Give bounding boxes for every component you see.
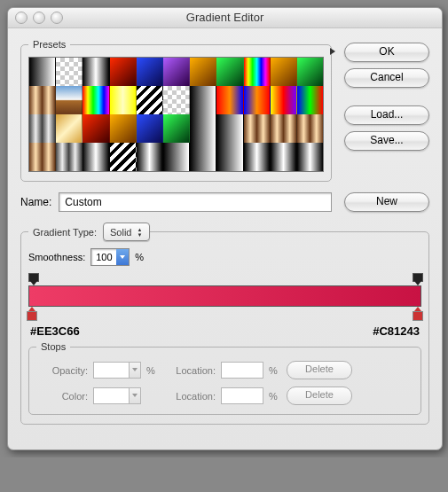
- stops-group: Stops Opacity: % Location: % Delete Colo…: [28, 341, 421, 415]
- preset-swatch[interactable]: [56, 143, 83, 171]
- stepper-icon: ▲▼: [133, 227, 145, 238]
- percent-label: %: [269, 391, 281, 402]
- presets-flyout-icon[interactable]: [330, 48, 335, 55]
- preset-swatch[interactable]: [29, 114, 56, 143]
- gradient-bar[interactable]: [28, 285, 421, 307]
- preset-swatch[interactable]: [271, 86, 297, 114]
- preset-swatch[interactable]: [137, 86, 163, 114]
- load-button[interactable]: Load...: [344, 105, 429, 125]
- preset-swatch[interactable]: [29, 86, 56, 114]
- preset-swatch[interactable]: [216, 114, 243, 143]
- preset-swatch[interactable]: [110, 86, 137, 114]
- preset-swatch[interactable]: [163, 86, 190, 114]
- preset-swatch[interactable]: [297, 114, 323, 143]
- delete-color-stop-button: Delete: [287, 387, 352, 405]
- preset-swatch[interactable]: [83, 143, 109, 171]
- dropdown-icon: [130, 362, 141, 379]
- opacity-input: [93, 362, 130, 379]
- new-button[interactable]: New: [344, 192, 429, 212]
- save-button[interactable]: Save...: [344, 131, 429, 151]
- preset-swatch[interactable]: [163, 143, 190, 171]
- presets-legend: Presets: [28, 39, 70, 50]
- gradient-bar-area: [28, 273, 421, 323]
- smoothness-input[interactable]: 100: [90, 248, 130, 266]
- opacity-location-label: Location:: [164, 365, 216, 376]
- opacity-location-input: [221, 362, 263, 379]
- preset-swatch[interactable]: [56, 114, 83, 143]
- titlebar: Gradient Editor: [8, 8, 442, 28]
- preset-swatch[interactable]: [110, 58, 137, 86]
- preset-swatch[interactable]: [190, 86, 216, 114]
- preset-swatch[interactable]: [163, 58, 190, 86]
- preset-swatch[interactable]: [137, 114, 163, 143]
- preset-swatch[interactable]: [271, 143, 297, 171]
- preset-swatch[interactable]: [110, 143, 137, 171]
- color-stop-right[interactable]: [413, 307, 423, 321]
- gradient-type-group: Gradient Type: Solid ▲▼ Smoothness: 100 …: [20, 223, 429, 425]
- dropdown-icon: [130, 387, 141, 404]
- name-label: Name:: [20, 196, 51, 208]
- preset-swatch[interactable]: [244, 86, 271, 114]
- preset-swatch[interactable]: [83, 114, 109, 143]
- preset-swatch[interactable]: [110, 114, 137, 143]
- color-label: Color:: [36, 391, 88, 402]
- preset-swatch[interactable]: [190, 58, 216, 86]
- preset-swatch[interactable]: [244, 114, 271, 143]
- preset-swatch[interactable]: [29, 143, 56, 171]
- opacity-stop-left[interactable]: [28, 273, 37, 284]
- preset-swatch[interactable]: [244, 58, 271, 86]
- preset-swatches: [28, 57, 324, 172]
- preset-swatch[interactable]: [137, 58, 163, 86]
- color-location-input: [221, 387, 263, 404]
- preset-swatch[interactable]: [271, 58, 297, 86]
- preset-swatch[interactable]: [297, 58, 323, 86]
- smoothness-value: 100: [91, 252, 116, 262]
- opacity-stop-right[interactable]: [413, 273, 421, 284]
- right-color-label: #C81243: [373, 324, 420, 338]
- color-location-label: Location:: [164, 391, 216, 402]
- preset-swatch[interactable]: [216, 143, 243, 171]
- percent-label: %: [269, 365, 281, 376]
- gradient-type-label: Gradient Type:: [28, 227, 100, 238]
- preset-swatch[interactable]: [216, 86, 243, 114]
- preset-swatch[interactable]: [216, 58, 243, 86]
- preset-swatch[interactable]: [56, 58, 83, 86]
- opacity-label: Opacity:: [36, 365, 88, 376]
- preset-swatch[interactable]: [83, 58, 109, 86]
- color-input: [93, 387, 130, 404]
- preset-swatch[interactable]: [190, 143, 216, 171]
- window-title: Gradient Editor: [8, 11, 442, 24]
- preset-swatch[interactable]: [271, 114, 297, 143]
- preset-swatch[interactable]: [29, 58, 56, 86]
- preset-swatch[interactable]: [137, 143, 163, 171]
- presets-group: Presets: [20, 39, 332, 182]
- gradient-type-value: Solid: [110, 227, 131, 238]
- color-stop-left[interactable]: [27, 307, 37, 321]
- delete-opacity-stop-button: Delete: [287, 361, 352, 379]
- gradient-type-select[interactable]: Solid ▲▼: [103, 223, 150, 241]
- cancel-button[interactable]: Cancel: [344, 68, 429, 88]
- preset-swatch[interactable]: [163, 114, 190, 143]
- stops-legend: Stops: [36, 341, 70, 352]
- smoothness-label: Smoothness:: [28, 252, 85, 262]
- dropdown-icon[interactable]: [116, 249, 129, 265]
- preset-swatch[interactable]: [244, 143, 271, 171]
- name-input[interactable]: Custom: [59, 192, 332, 212]
- smoothness-unit: %: [135, 252, 144, 262]
- preset-swatch[interactable]: [297, 86, 323, 114]
- preset-swatch[interactable]: [83, 86, 109, 114]
- preset-swatch[interactable]: [56, 86, 83, 114]
- preset-swatch[interactable]: [190, 114, 216, 143]
- left-color-label: #EE3C66: [30, 324, 80, 338]
- ok-button[interactable]: OK: [344, 43, 429, 62]
- gradient-editor-window: Gradient Editor Presets: [7, 7, 443, 450]
- preset-swatch[interactable]: [297, 143, 323, 171]
- percent-label: %: [146, 365, 159, 376]
